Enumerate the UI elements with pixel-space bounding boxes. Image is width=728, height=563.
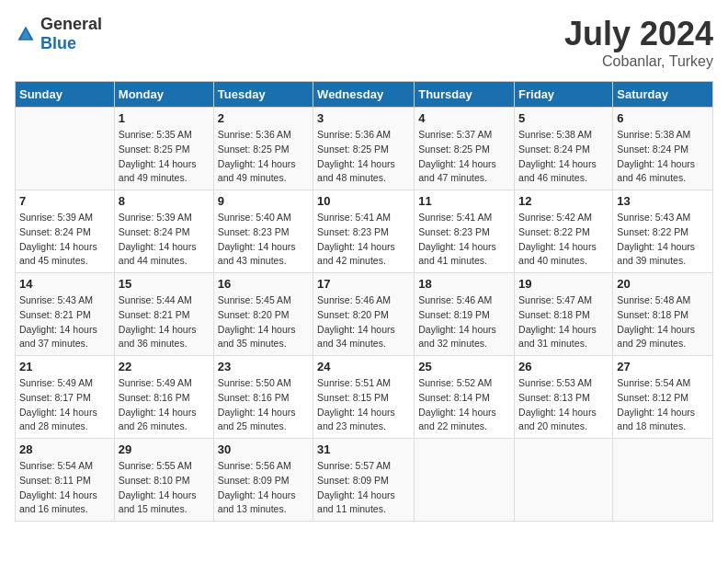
calendar-cell bbox=[415, 439, 515, 522]
page-title: July 2024 bbox=[564, 15, 713, 53]
logo-general: General bbox=[40, 15, 102, 33]
day-info: Sunrise: 5:50 AMSunset: 8:16 PMDaylight:… bbox=[218, 376, 309, 434]
day-info: Sunrise: 5:47 AMSunset: 8:18 PMDaylight:… bbox=[518, 293, 609, 351]
calendar-cell: 27Sunrise: 5:54 AMSunset: 8:12 PMDayligh… bbox=[613, 356, 713, 439]
day-info: Sunrise: 5:48 AMSunset: 8:18 PMDaylight:… bbox=[617, 293, 709, 351]
calendar-header-row: SundayMondayTuesdayWednesdayThursdayFrid… bbox=[16, 82, 713, 108]
day-info: Sunrise: 5:49 AMSunset: 8:16 PMDaylight:… bbox=[119, 376, 210, 434]
header-friday: Friday bbox=[515, 82, 613, 108]
day-number: 6 bbox=[617, 111, 709, 125]
day-info: Sunrise: 5:39 AMSunset: 8:24 PMDaylight:… bbox=[119, 211, 210, 269]
week-row-5: 28Sunrise: 5:54 AMSunset: 8:11 PMDayligh… bbox=[16, 439, 713, 522]
calendar-cell bbox=[515, 439, 613, 522]
header-monday: Monday bbox=[114, 82, 213, 108]
day-number: 1 bbox=[119, 111, 210, 125]
day-number: 19 bbox=[518, 277, 609, 291]
logo-icon bbox=[15, 23, 37, 45]
header-tuesday: Tuesday bbox=[213, 82, 313, 108]
day-number: 18 bbox=[418, 277, 510, 291]
day-info: Sunrise: 5:43 AMSunset: 8:22 PMDaylight:… bbox=[617, 211, 709, 269]
day-info: Sunrise: 5:53 AMSunset: 8:13 PMDaylight:… bbox=[518, 376, 609, 434]
day-number: 14 bbox=[19, 277, 110, 291]
day-number: 28 bbox=[19, 442, 110, 456]
week-row-2: 7Sunrise: 5:39 AMSunset: 8:24 PMDaylight… bbox=[16, 190, 713, 273]
page-subtitle: Cobanlar, Turkey bbox=[564, 53, 713, 70]
calendar-cell: 11Sunrise: 5:41 AMSunset: 8:23 PMDayligh… bbox=[415, 190, 515, 273]
calendar-cell: 10Sunrise: 5:41 AMSunset: 8:23 PMDayligh… bbox=[313, 190, 415, 273]
calendar-cell: 9Sunrise: 5:40 AMSunset: 8:23 PMDaylight… bbox=[213, 190, 313, 273]
calendar-cell: 3Sunrise: 5:36 AMSunset: 8:25 PMDaylight… bbox=[313, 108, 415, 190]
day-number: 31 bbox=[317, 442, 410, 456]
calendar-cell: 6Sunrise: 5:38 AMSunset: 8:24 PMDaylight… bbox=[613, 108, 713, 190]
day-number: 16 bbox=[218, 277, 309, 291]
calendar-cell: 2Sunrise: 5:36 AMSunset: 8:25 PMDaylight… bbox=[213, 108, 313, 190]
calendar-cell: 29Sunrise: 5:55 AMSunset: 8:10 PMDayligh… bbox=[114, 439, 213, 522]
day-info: Sunrise: 5:54 AMSunset: 8:11 PMDaylight:… bbox=[19, 459, 110, 517]
calendar-cell: 20Sunrise: 5:48 AMSunset: 8:18 PMDayligh… bbox=[613, 273, 713, 356]
day-number: 22 bbox=[119, 360, 210, 373]
day-number: 24 bbox=[317, 360, 410, 373]
calendar-cell: 19Sunrise: 5:47 AMSunset: 8:18 PMDayligh… bbox=[515, 273, 613, 356]
day-number: 7 bbox=[19, 194, 110, 208]
week-row-3: 14Sunrise: 5:43 AMSunset: 8:21 PMDayligh… bbox=[16, 273, 713, 356]
day-number: 12 bbox=[518, 194, 609, 208]
day-number: 25 bbox=[418, 360, 510, 373]
logo-text: General Blue bbox=[40, 15, 102, 53]
calendar-cell: 5Sunrise: 5:38 AMSunset: 8:24 PMDaylight… bbox=[515, 108, 613, 190]
day-number: 17 bbox=[317, 277, 410, 291]
calendar-cell: 13Sunrise: 5:43 AMSunset: 8:22 PMDayligh… bbox=[613, 190, 713, 273]
calendar-table: SundayMondayTuesdayWednesdayThursdayFrid… bbox=[15, 81, 713, 522]
day-number: 15 bbox=[119, 277, 210, 291]
week-row-1: 1Sunrise: 5:35 AMSunset: 8:25 PMDaylight… bbox=[16, 108, 713, 190]
calendar-cell: 24Sunrise: 5:51 AMSunset: 8:15 PMDayligh… bbox=[313, 356, 415, 439]
day-info: Sunrise: 5:44 AMSunset: 8:21 PMDaylight:… bbox=[119, 293, 210, 351]
day-info: Sunrise: 5:38 AMSunset: 8:24 PMDaylight:… bbox=[617, 128, 709, 186]
day-info: Sunrise: 5:38 AMSunset: 8:24 PMDaylight:… bbox=[518, 128, 609, 186]
day-number: 10 bbox=[317, 194, 410, 208]
calendar-cell: 12Sunrise: 5:42 AMSunset: 8:22 PMDayligh… bbox=[515, 190, 613, 273]
calendar-cell: 23Sunrise: 5:50 AMSunset: 8:16 PMDayligh… bbox=[213, 356, 313, 439]
day-number: 9 bbox=[218, 194, 309, 208]
logo: General Blue bbox=[15, 15, 102, 53]
calendar-cell: 21Sunrise: 5:49 AMSunset: 8:17 PMDayligh… bbox=[16, 356, 115, 439]
page-header: General Blue July 2024 Cobanlar, Turkey bbox=[15, 15, 713, 70]
logo-blue: Blue bbox=[40, 34, 76, 52]
calendar-cell bbox=[16, 108, 115, 190]
day-number: 4 bbox=[418, 111, 510, 125]
day-number: 3 bbox=[317, 111, 410, 125]
day-info: Sunrise: 5:46 AMSunset: 8:20 PMDaylight:… bbox=[317, 293, 410, 351]
day-number: 20 bbox=[617, 277, 709, 291]
header-saturday: Saturday bbox=[613, 82, 713, 108]
title-area: July 2024 Cobanlar, Turkey bbox=[564, 15, 713, 70]
day-number: 2 bbox=[218, 111, 309, 125]
day-info: Sunrise: 5:39 AMSunset: 8:24 PMDaylight:… bbox=[19, 211, 110, 269]
day-number: 29 bbox=[119, 442, 210, 456]
calendar-cell: 25Sunrise: 5:52 AMSunset: 8:14 PMDayligh… bbox=[415, 356, 515, 439]
calendar-cell: 14Sunrise: 5:43 AMSunset: 8:21 PMDayligh… bbox=[16, 273, 115, 356]
day-info: Sunrise: 5:54 AMSunset: 8:12 PMDaylight:… bbox=[617, 376, 709, 434]
calendar-cell: 26Sunrise: 5:53 AMSunset: 8:13 PMDayligh… bbox=[515, 356, 613, 439]
calendar-cell: 16Sunrise: 5:45 AMSunset: 8:20 PMDayligh… bbox=[213, 273, 313, 356]
day-info: Sunrise: 5:56 AMSunset: 8:09 PMDaylight:… bbox=[218, 459, 309, 517]
day-info: Sunrise: 5:41 AMSunset: 8:23 PMDaylight:… bbox=[317, 211, 410, 269]
calendar-cell bbox=[613, 439, 713, 522]
day-number: 21 bbox=[19, 360, 110, 373]
calendar-cell: 15Sunrise: 5:44 AMSunset: 8:21 PMDayligh… bbox=[114, 273, 213, 356]
day-number: 23 bbox=[218, 360, 309, 373]
day-info: Sunrise: 5:41 AMSunset: 8:23 PMDaylight:… bbox=[418, 211, 510, 269]
day-info: Sunrise: 5:45 AMSunset: 8:20 PMDaylight:… bbox=[218, 293, 309, 351]
day-number: 11 bbox=[418, 194, 510, 208]
calendar-cell: 18Sunrise: 5:46 AMSunset: 8:19 PMDayligh… bbox=[415, 273, 515, 356]
day-info: Sunrise: 5:51 AMSunset: 8:15 PMDaylight:… bbox=[317, 376, 410, 434]
day-number: 8 bbox=[119, 194, 210, 208]
day-number: 30 bbox=[218, 442, 309, 456]
calendar-cell: 28Sunrise: 5:54 AMSunset: 8:11 PMDayligh… bbox=[16, 439, 115, 522]
day-number: 27 bbox=[617, 360, 709, 373]
day-info: Sunrise: 5:52 AMSunset: 8:14 PMDaylight:… bbox=[418, 376, 510, 434]
calendar-cell: 7Sunrise: 5:39 AMSunset: 8:24 PMDaylight… bbox=[16, 190, 115, 273]
calendar-cell: 1Sunrise: 5:35 AMSunset: 8:25 PMDaylight… bbox=[114, 108, 213, 190]
day-info: Sunrise: 5:35 AMSunset: 8:25 PMDaylight:… bbox=[119, 128, 210, 186]
calendar-cell: 8Sunrise: 5:39 AMSunset: 8:24 PMDaylight… bbox=[114, 190, 213, 273]
week-row-4: 21Sunrise: 5:49 AMSunset: 8:17 PMDayligh… bbox=[16, 356, 713, 439]
day-info: Sunrise: 5:42 AMSunset: 8:22 PMDaylight:… bbox=[518, 211, 609, 269]
